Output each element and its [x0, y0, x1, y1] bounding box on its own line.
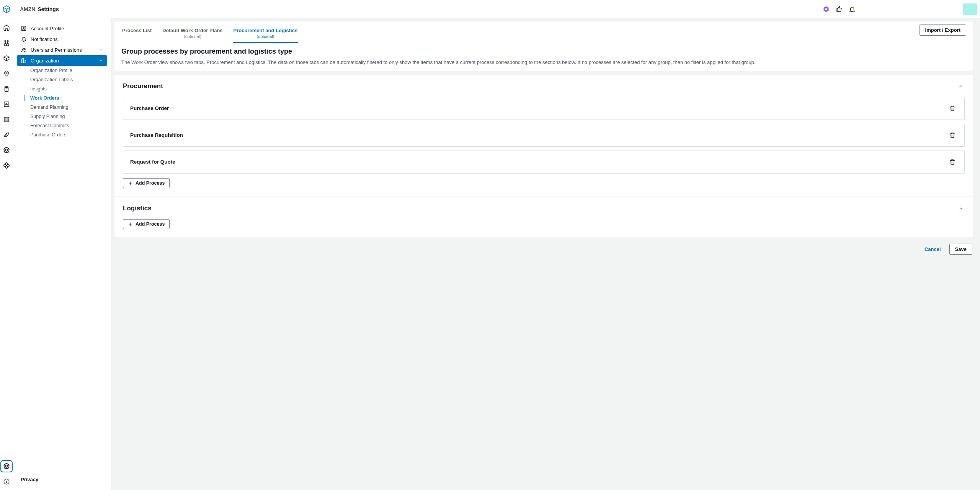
- rail-orders-icon[interactable]: [2, 84, 11, 93]
- nav-rail: [0, 18, 13, 490]
- user-chip[interactable]: [963, 3, 977, 15]
- sidebar-item-users-permissions[interactable]: Users and Permissions: [17, 44, 107, 55]
- sidebar-sub-forecast-commits[interactable]: Forecast Commits: [24, 121, 107, 130]
- rail-locations-icon[interactable]: [2, 69, 11, 78]
- sidebar-item-label: Account Profile: [31, 26, 64, 31]
- process-name: Purchase Requisition: [130, 132, 183, 138]
- plus-icon: [128, 221, 133, 227]
- process-row[interactable]: Request for Quote: [123, 151, 965, 174]
- sidebar-item-organization[interactable]: Organization: [17, 55, 107, 66]
- rail-settings-icon[interactable]: [2, 462, 11, 471]
- cancel-button[interactable]: Cancel: [921, 244, 945, 255]
- collapse-procurement[interactable]: [957, 82, 965, 90]
- rail-analytics-icon[interactable]: [2, 100, 11, 109]
- sidebar-sub-organization-profile[interactable]: Organization Profile: [24, 66, 107, 75]
- sidebar-item-account-profile[interactable]: Account Profile: [17, 23, 107, 34]
- sidebar-sub-demand-planning[interactable]: Demand Planning: [24, 103, 107, 112]
- groups-card: Procurement Purchase Order Purchase Requ…: [114, 75, 973, 238]
- trash-icon: [949, 159, 956, 166]
- collapse-logistics[interactable]: [957, 205, 965, 212]
- people-icon: [21, 47, 27, 53]
- trash-icon: [949, 132, 956, 139]
- footer-actions: Cancel Save: [114, 241, 973, 255]
- tab-default-work-order-plans[interactable]: Default Work Order Plans (optional): [162, 25, 223, 43]
- divider: [861, 6, 861, 13]
- bell-icon: [21, 36, 27, 42]
- trash-icon: [949, 105, 956, 112]
- org-code: AMZN: [20, 6, 35, 12]
- app-logo[interactable]: [0, 5, 13, 13]
- rail-admin-icon[interactable]: [2, 146, 11, 155]
- building-icon: [21, 57, 27, 64]
- sidebar-sub-organization-labels[interactable]: Organization Labels: [24, 75, 107, 84]
- sidebar-item-label: Users and Permissions: [31, 47, 82, 53]
- plus-icon: [128, 180, 133, 186]
- procurement-section: Procurement Purchase Order Purchase Requ…: [114, 75, 973, 197]
- procurement-list: Purchase Order Purchase Requisition Requ…: [123, 97, 965, 174]
- procurement-title: Procurement: [123, 82, 163, 90]
- add-process-logistics-button[interactable]: Add Process: [123, 219, 170, 229]
- logistics-section: Logistics Add Process: [114, 197, 973, 238]
- sidebar-sub-insights[interactable]: Insights: [24, 84, 107, 93]
- page-description: The Work Order view shows two tabs, Proc…: [121, 59, 966, 66]
- rail-inventory-icon[interactable]: [2, 54, 11, 63]
- rail-home-icon[interactable]: [2, 23, 11, 32]
- tabs: Process List Default Work Order Plans (o…: [121, 25, 966, 43]
- privacy-link[interactable]: Privacy: [17, 474, 107, 485]
- rail-sustainability-icon[interactable]: [2, 130, 11, 139]
- sidebar-sub-supply-planning[interactable]: Supply Planning: [24, 112, 107, 121]
- add-process-procurement-button[interactable]: Add Process: [123, 178, 170, 188]
- assist-icon[interactable]: [820, 3, 833, 16]
- notifications-icon[interactable]: [846, 3, 859, 16]
- breadcrumb: AMZN Settings: [20, 6, 59, 12]
- user-icon: [21, 25, 27, 31]
- delete-process-button[interactable]: [947, 103, 957, 113]
- page-title: Settings: [38, 6, 59, 12]
- save-button[interactable]: Save: [949, 244, 972, 255]
- sidebar-sub-organization: Organization Profile Organization Labels…: [24, 66, 107, 139]
- main-content: Process List Default Work Order Plans (o…: [111, 18, 980, 490]
- chevron-up-icon: [99, 58, 103, 63]
- import-export-button[interactable]: Import / Export: [920, 25, 966, 36]
- sidebar-item-label: Organization: [31, 58, 59, 64]
- settings-sidebar: Account Profile Notifications Users and …: [13, 18, 111, 490]
- rail-data-icon[interactable]: [2, 115, 11, 124]
- tab-process-list[interactable]: Process List: [121, 25, 152, 37]
- topbar: AMZN Settings: [0, 0, 980, 18]
- process-name: Purchase Order: [130, 105, 169, 111]
- sidebar-item-notifications[interactable]: Notifications: [17, 34, 107, 44]
- logistics-title: Logistics: [123, 205, 152, 212]
- process-name: Request for Quote: [130, 159, 175, 165]
- rail-help-icon[interactable]: [2, 477, 11, 486]
- page-heading: Group processes by procurement and logis…: [121, 48, 966, 56]
- delete-process-button[interactable]: [947, 157, 957, 167]
- sidebar-sub-work-orders[interactable]: Work Orders: [24, 93, 107, 103]
- sidebar-item-label: Notifications: [31, 36, 58, 42]
- tab-procurement-logistics[interactable]: Procurement and Logistics (optional): [233, 25, 299, 43]
- rail-integrations-icon[interactable]: [2, 161, 11, 170]
- rail-explore-icon[interactable]: [2, 38, 11, 48]
- chevron-down-icon: [99, 48, 103, 52]
- feedback-icon[interactable]: [833, 3, 846, 16]
- delete-process-button[interactable]: [947, 130, 957, 140]
- sidebar-sub-purchase-orders[interactable]: Purchase Orders: [24, 130, 107, 139]
- header-card: Process List Default Work Order Plans (o…: [114, 21, 973, 71]
- process-row[interactable]: Purchase Order: [123, 97, 965, 120]
- process-row[interactable]: Purchase Requisition: [123, 124, 965, 147]
